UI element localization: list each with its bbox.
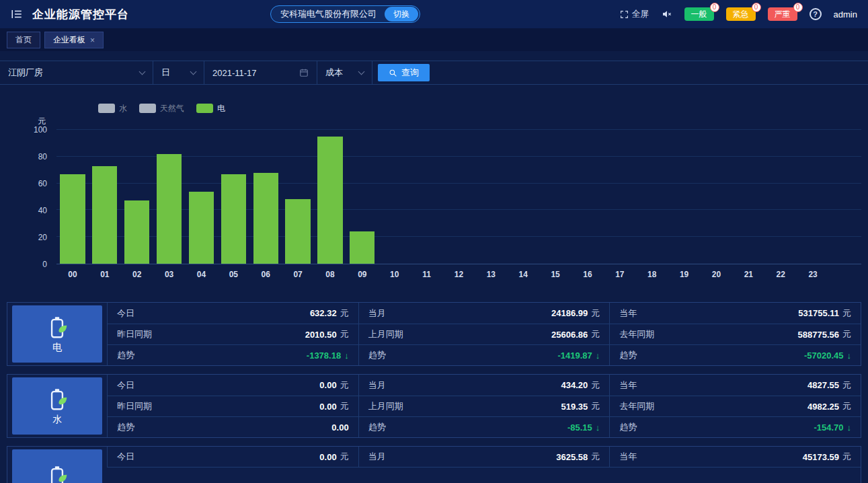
date-picker[interactable]: 2021-11-17: [204, 61, 317, 84]
bar-08[interactable]: [317, 137, 342, 264]
bar-slot-18: [636, 130, 668, 264]
bar-slot-05: [217, 130, 249, 264]
gas-tile[interactable]: [12, 449, 102, 483]
chevron-down-icon: [139, 69, 146, 75]
trend-value: -1419.87: [558, 350, 592, 361]
metric-label: 去年同期: [619, 328, 654, 340]
badge-count: 0: [710, 3, 719, 12]
chart-legend: 水 天然气 电: [98, 102, 868, 114]
bar-05[interactable]: [221, 174, 246, 264]
badge-count: 0: [793, 3, 803, 12]
site-select[interactable]: 江阴厂房: [0, 61, 153, 84]
legend-item-water[interactable]: 水: [98, 103, 127, 114]
electric-tile[interactable]: 电: [12, 305, 102, 363]
bar-slot-19: [668, 130, 701, 264]
y-axis: 020406080100: [0, 130, 56, 264]
y-tick-label: 60: [38, 179, 47, 188]
energy-cost-chart: 水 天然气 电 元 020406080100 00010203040506070…: [0, 102, 868, 279]
trend-value: -1378.18: [307, 350, 341, 361]
metric-label: 今日: [117, 307, 134, 320]
bar-slot-23: [797, 130, 829, 264]
alarm-badge-severe[interactable]: 严重 0: [768, 7, 797, 21]
bar-slot-07: [282, 130, 314, 264]
mute-button[interactable]: [662, 9, 672, 20]
close-icon[interactable]: ×: [90, 36, 95, 45]
trend-down-icon: ↓: [596, 422, 600, 433]
water-tile[interactable]: 水: [12, 377, 102, 435]
x-tick-label-15: 15: [539, 270, 571, 279]
energy-summary-panel: 电 今日 632.32 元 当月 24186.99 元 当年 531755.11…: [7, 302, 861, 483]
trend-cell: 趋势 0.00: [107, 416, 358, 437]
metric-label: 上月同期: [368, 400, 403, 412]
bar-slot-16: [571, 130, 604, 264]
y-axis-name: 元: [0, 116, 56, 127]
alarm-badge-urgent[interactable]: 紧急 0: [726, 7, 756, 21]
metric-cell: 当月 3625.58 元: [358, 447, 610, 468]
top-navbar: 企业能源管控平台 安科瑞电气股份有限公司 切换 全屏 一般 0: [0, 0, 868, 28]
user-menu[interactable]: admin: [834, 9, 857, 20]
energy-tile-col: 水: [7, 375, 107, 437]
alarm-badge-normal[interactable]: 一般 0: [684, 7, 714, 21]
metric-value: 24186.99: [551, 308, 588, 318]
help-icon[interactable]: ?: [810, 8, 822, 20]
metric-label: 趋势: [368, 349, 386, 361]
bar-06[interactable]: [253, 173, 278, 264]
bar-04[interactable]: [189, 192, 214, 264]
metric-label: 当月: [368, 307, 386, 320]
metric-unit: 元: [842, 400, 851, 412]
y-tick-label: 100: [34, 125, 47, 135]
trend-down-icon: ↓: [344, 350, 349, 361]
x-tick-label-23: 23: [797, 270, 829, 279]
tab-home[interactable]: 首页: [7, 32, 40, 48]
metric-unit: 元: [340, 400, 349, 412]
metric-cell: 当月 434.20 元: [358, 375, 610, 396]
trend-cell: 趋势 -85.15 ↓: [358, 416, 610, 437]
metric-cell: 昨日同期 2010.50 元: [107, 324, 358, 344]
battery-leaf-icon: [44, 315, 70, 340]
metrics-grid: 今日 632.32 元 当月 24186.99 元 当年 531755.11 元…: [107, 303, 861, 365]
bar-slot-08: [314, 130, 346, 264]
bar-03[interactable]: [157, 154, 182, 264]
switch-company-button[interactable]: 切换: [385, 7, 418, 22]
metric-unit: 元: [842, 328, 851, 340]
legend-item-gas[interactable]: 天然气: [139, 103, 184, 114]
metric-label: 当年: [619, 307, 637, 320]
x-tick-label-16: 16: [571, 270, 604, 279]
legend-item-electric[interactable]: 电: [196, 103, 225, 114]
bar-00[interactable]: [60, 174, 85, 264]
x-tick-label-17: 17: [604, 270, 636, 279]
metric-label: 昨日同期: [117, 400, 152, 412]
badge-label: 一般: [691, 9, 707, 20]
chevron-down-icon: [358, 69, 365, 75]
x-tick-label-01: 01: [89, 270, 121, 279]
x-tick-label-07: 07: [282, 270, 314, 279]
metric-select[interactable]: 成本: [317, 61, 372, 84]
bar-slot-00: [56, 130, 89, 264]
trend-down-icon: ↓: [596, 350, 600, 361]
y-tick-label: 40: [38, 206, 47, 215]
bar-slot-03: [153, 130, 186, 264]
collapse-menu-icon[interactable]: [11, 8, 23, 20]
metric-value: 519.35: [561, 402, 588, 412]
bar-07[interactable]: [285, 199, 310, 264]
metric-label: 今日: [117, 379, 134, 392]
x-tick-label-03: 03: [153, 270, 186, 279]
date-value: 2021-11-17: [212, 68, 257, 78]
search-icon: [389, 69, 397, 77]
trend-down-icon: ↓: [846, 350, 851, 361]
period-select[interactable]: 日: [153, 61, 204, 84]
plot-area: [56, 130, 861, 264]
legend-label: 电: [217, 103, 225, 114]
fullscreen-button[interactable]: 全屏: [620, 8, 649, 20]
trend-value: -85.15: [567, 422, 592, 433]
query-button[interactable]: 查询: [378, 64, 430, 81]
metric-label: 趋势: [619, 349, 637, 361]
tab-enterprise-dashboard[interactable]: 企业看板 ×: [44, 32, 104, 48]
period-select-value: 日: [161, 67, 170, 79]
bar-09[interactable]: [350, 231, 374, 264]
metric-label: 当年: [619, 451, 637, 463]
legend-label: 水: [119, 103, 127, 114]
bar-02[interactable]: [124, 200, 149, 264]
x-tick-label-10: 10: [379, 270, 411, 279]
bar-01[interactable]: [92, 166, 117, 264]
